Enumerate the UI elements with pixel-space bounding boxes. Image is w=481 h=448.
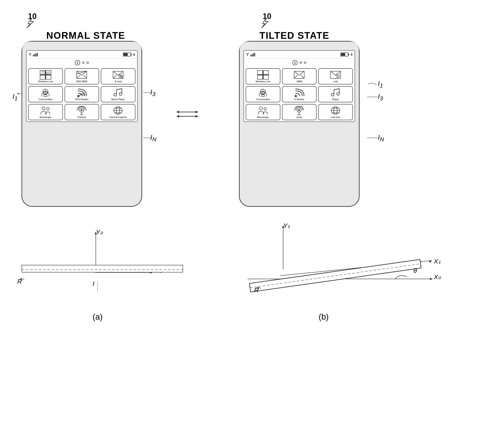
- messenger-icon: [40, 106, 52, 115]
- svg-marker-44: [17, 93, 19, 95]
- svg-marker-49: [177, 111, 179, 113]
- battery-right: II: [340, 52, 353, 57]
- normal-state-label: NORMAL STATE: [46, 30, 125, 41]
- app-ie: Internet Explorer: [101, 104, 135, 120]
- podcast-icon: [76, 106, 88, 115]
- flat-device-dashes: [22, 266, 183, 273]
- svg-point-81: [264, 107, 267, 110]
- R-arrow-a: [19, 275, 25, 281]
- svg-text:Y: Y: [246, 52, 249, 57]
- rss-label: RSS Reader: [75, 98, 89, 101]
- page-dot-1-left: 1: [75, 60, 80, 65]
- IN-line-right: [366, 136, 379, 140]
- svg-rect-56: [253, 53, 254, 56]
- I-line-a: [95, 282, 100, 295]
- svg-rect-7: [123, 53, 128, 56]
- battery-left: II: [123, 52, 135, 57]
- svg-rect-59: [348, 54, 349, 55]
- music-icon: [112, 88, 124, 98]
- sms-partial-label: -MMS: [296, 80, 302, 83]
- y1-label: Y₁: [283, 222, 290, 229]
- svg-rect-3: [36, 53, 36, 56]
- main-diagram: 10 10 NORMAL STATE TILTED STATE Y: [0, 0, 481, 448]
- app-ie-right: rnet lorer: [318, 104, 353, 120]
- svg-rect-62: [263, 70, 269, 75]
- svg-line-69: [301, 75, 304, 78]
- I3-line-left: [142, 91, 153, 95]
- diagram-a: Y₀ X₀ I R (a): [11, 220, 204, 327]
- I-label-a: I: [93, 280, 94, 287]
- lightning-left: [25, 17, 38, 28]
- svg-line-79: [334, 89, 339, 90]
- svg-line-68: [294, 75, 298, 78]
- svg-rect-6: [131, 54, 132, 55]
- music-partial-label: Player: [332, 98, 339, 101]
- svg-rect-55: [252, 54, 253, 56]
- svg-line-17: [77, 75, 80, 78]
- phone-right: Y II 1: [239, 41, 360, 207]
- windows-live-label-right: Windows Live: [256, 80, 270, 83]
- svg-rect-29: [44, 95, 47, 97]
- signal-right: Y: [246, 52, 257, 57]
- diagram-a-label: (a): [93, 312, 103, 322]
- diagram-b-label: (b): [319, 312, 329, 322]
- email-partial-label: mail: [333, 80, 338, 83]
- svg-rect-61: [257, 70, 263, 75]
- communities-label: Communities: [38, 98, 52, 101]
- lightning-right: [259, 17, 272, 28]
- sms-icon: [76, 70, 88, 80]
- svg-point-35: [81, 109, 83, 111]
- ie-icon: [112, 106, 124, 115]
- svg-rect-60: [341, 53, 345, 56]
- svg-text:Y: Y: [29, 52, 31, 57]
- communities-icon: [40, 88, 52, 98]
- signal-left: Y: [29, 52, 39, 57]
- app-sms: SMS-MMS: [65, 68, 99, 84]
- svg-point-33: [46, 107, 49, 110]
- svg-point-71: [336, 74, 339, 78]
- signal-icon-left: Y: [29, 52, 39, 57]
- IN-line-left: [142, 136, 153, 140]
- svg-rect-1: [33, 55, 34, 56]
- signal-icon-right: Y: [246, 52, 257, 57]
- tilted-state-label: TILTED STATE: [259, 30, 330, 41]
- svg-line-20: [113, 75, 116, 78]
- app-email-right: mail: [318, 68, 353, 84]
- svg-rect-64: [263, 75, 269, 79]
- app-sms-right: -MMS: [282, 68, 317, 84]
- svg-rect-63: [257, 75, 263, 79]
- email-icon: [112, 70, 124, 80]
- svg-point-80: [259, 107, 263, 110]
- app-music-right: Player: [318, 86, 353, 102]
- sms-label: SMS-MMS: [76, 80, 87, 83]
- page-dot-3-right: [304, 62, 306, 64]
- svg-point-83: [298, 109, 300, 111]
- windows-icon: [40, 70, 52, 80]
- phone-left: Y II 1: [22, 41, 142, 207]
- svg-rect-54: [250, 55, 251, 56]
- communities-label-right: Communities: [256, 98, 270, 101]
- svg-marker-52: [195, 115, 198, 118]
- app-messenger: Messenger: [28, 104, 63, 120]
- svg-rect-2: [34, 54, 35, 56]
- app-windows-live: Windows Live: [28, 68, 63, 84]
- svg-line-18: [83, 75, 87, 78]
- ie-partial-label: rnet lorer: [331, 116, 340, 118]
- svg-rect-77: [261, 95, 264, 97]
- app-podcast-right: dcast: [282, 104, 317, 120]
- svg-point-32: [42, 107, 45, 110]
- exchange-arrow: [174, 108, 200, 121]
- messenger-label-right: Messenger: [257, 116, 269, 118]
- windows-live-label: Windows Live: [38, 80, 53, 83]
- svg-point-78: [295, 95, 297, 97]
- app-email: E-mail: [101, 68, 135, 84]
- rss-icon: [76, 88, 88, 98]
- app-podcast: Podcast: [65, 104, 99, 120]
- app-grid-right: Windows Live -MMS: [244, 67, 355, 121]
- page-dot-2-left: [82, 62, 84, 64]
- email-label: E-mail: [115, 80, 121, 83]
- R-arrow-b: [256, 283, 262, 290]
- svg-rect-8: [40, 70, 45, 75]
- page-dot-1-right: 1: [292, 60, 298, 65]
- svg-rect-4: [37, 53, 38, 56]
